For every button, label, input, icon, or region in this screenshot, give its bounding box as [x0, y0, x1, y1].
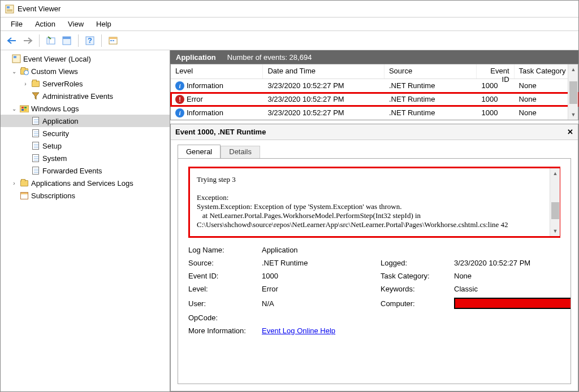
cell-eventid: 1000 [477, 80, 514, 91]
folder-icon [31, 79, 40, 88]
properties-button[interactable] [60, 34, 74, 47]
collapse-icon[interactable]: ⌄ [11, 68, 18, 75]
value-computer-redacted [454, 298, 571, 309]
events-list[interactable]: Level Date and Time Source Event ID Task… [170, 64, 578, 120]
label-level: Level: [188, 285, 256, 293]
tree-subscriptions[interactable]: Subscriptions [1, 189, 170, 202]
event-message-text[interactable]: Trying step 3 Exception: System.Exceptio… [197, 175, 552, 229]
list-header[interactable]: Level Date and Time Source Event ID Task… [171, 64, 578, 79]
cell-level: Error [187, 95, 203, 103]
col-level[interactable]: Level [171, 64, 263, 79]
tree-application[interactable]: Application [1, 115, 170, 127]
svg-rect-14 [14, 56, 16, 58]
svg-rect-3 [7, 11, 12, 11]
svg-rect-16 [21, 107, 24, 108]
event-details-pane: Event 1000, .NET Runtime ✕ General Detai… [170, 124, 578, 391]
tree-admin-events[interactable]: Administrative Events [1, 90, 170, 102]
tree-setup[interactable]: Setup [1, 140, 170, 152]
help-button[interactable]: ? [83, 34, 97, 47]
svg-rect-2 [7, 10, 12, 10]
value-keywords: Classic [454, 285, 571, 293]
back-button[interactable] [5, 34, 19, 47]
svg-rect-18 [21, 109, 24, 111]
tree-forwarded[interactable]: Forwarded Events [1, 164, 170, 177]
label-eventid: Event ID: [188, 272, 256, 280]
tab-details[interactable]: Details [221, 146, 260, 158]
cell-level: Information [187, 81, 223, 90]
log-icon [31, 154, 40, 163]
event-count: Number of events: 28,694 [227, 53, 312, 62]
tree-label: Setup [42, 142, 62, 150]
list-scrollbar[interactable]: ▲ ▼ [568, 64, 578, 120]
message-scrollbar[interactable]: ▲ ▼ [550, 168, 560, 236]
tab-general[interactable]: General [178, 145, 221, 158]
expand-icon[interactable]: › [22, 81, 29, 87]
table-row[interactable]: Information3/23/2020 10:52:27 PM.NET Run… [171, 106, 578, 120]
nav-tree[interactable]: Event Viewer (Local) ⌄ Custom Views › Se… [1, 50, 170, 391]
label-logged: Logged: [381, 259, 448, 267]
cell-source: .NET Runtime [384, 80, 477, 91]
error-icon [175, 95, 184, 104]
svg-rect-10 [109, 37, 117, 39]
col-source[interactable]: Source [384, 64, 477, 79]
log-icon [31, 141, 40, 150]
close-details-button[interactable]: ✕ [567, 128, 573, 136]
scroll-down-icon[interactable]: ▼ [550, 226, 560, 236]
panel-title: Application [176, 53, 216, 62]
col-date[interactable]: Date and Time [263, 64, 384, 79]
value-eventid: 1000 [262, 272, 375, 280]
svg-rect-17 [24, 107, 27, 108]
tree-security[interactable]: Security [1, 127, 170, 140]
menu-file[interactable]: File [5, 19, 28, 29]
windows-logs-icon [20, 104, 29, 113]
events-panel-header: Application Number of events: 28,694 [170, 50, 578, 64]
svg-rect-12 [113, 40, 114, 41]
cell-source: .NET Runtime [384, 107, 477, 118]
svg-rect-19 [24, 109, 27, 111]
cell-eventid: 1000 [477, 107, 514, 118]
toolbar: ? [1, 31, 578, 50]
tree-server-roles[interactable]: › ServerRoles [1, 77, 170, 90]
svg-text:?: ? [88, 36, 92, 45]
tree-system[interactable]: System [1, 152, 170, 164]
label-logname: Log Name: [188, 246, 256, 254]
collapse-icon[interactable]: ⌄ [11, 106, 18, 112]
table-row[interactable]: Error3/23/2020 10:52:27 PM.NET Runtime10… [171, 93, 578, 106]
scroll-down-icon[interactable]: ▼ [568, 110, 578, 120]
tree-app-services[interactable]: › Applications and Services Logs [1, 177, 170, 189]
tree-root[interactable]: Event Viewer (Local) [1, 53, 170, 65]
show-hide-console-tree-button[interactable] [44, 34, 58, 47]
col-eventid[interactable]: Event ID [477, 64, 514, 79]
tree-windows-logs[interactable]: ⌄ Windows Logs [1, 102, 170, 115]
tree-label: Subscriptions [31, 191, 75, 200]
scroll-up-icon[interactable]: ▲ [550, 168, 560, 178]
forward-button[interactable] [21, 34, 34, 47]
expand-icon[interactable]: › [11, 180, 18, 186]
folder-icon [20, 178, 29, 188]
menu-action[interactable]: Action [29, 19, 61, 29]
scroll-thumb[interactable] [569, 81, 577, 104]
view-button[interactable] [106, 34, 120, 47]
menu-view[interactable]: View [62, 19, 89, 29]
log-icon [31, 116, 40, 125]
scroll-up-icon[interactable]: ▲ [568, 64, 578, 75]
tree-label: Security [42, 129, 69, 138]
tree-label: Custom Views [31, 67, 78, 76]
window-titlebar: Event Viewer [1, 1, 578, 18]
menu-help[interactable]: Help [90, 19, 117, 29]
info-icon [175, 81, 184, 90]
event-log-online-help-link[interactable]: Event Log Online Help [262, 326, 335, 335]
value-source: .NET Runtime [262, 259, 375, 267]
tree-label: Applications and Services Logs [31, 179, 133, 188]
info-icon [175, 108, 184, 117]
tree-label: Event Viewer (Local) [23, 55, 91, 63]
tree-custom-views[interactable]: ⌄ Custom Views [1, 65, 170, 77]
filter-icon [31, 92, 40, 101]
tree-label: System [42, 154, 67, 163]
scroll-thumb[interactable] [551, 202, 559, 219]
value-level: Error [262, 285, 375, 293]
tree-label: Forwarded Events [42, 167, 102, 175]
table-row[interactable]: Information3/23/2020 10:52:27 PM.NET Run… [171, 79, 578, 93]
tree-label: Administrative Events [42, 92, 113, 101]
cell-level: Information [187, 108, 223, 117]
